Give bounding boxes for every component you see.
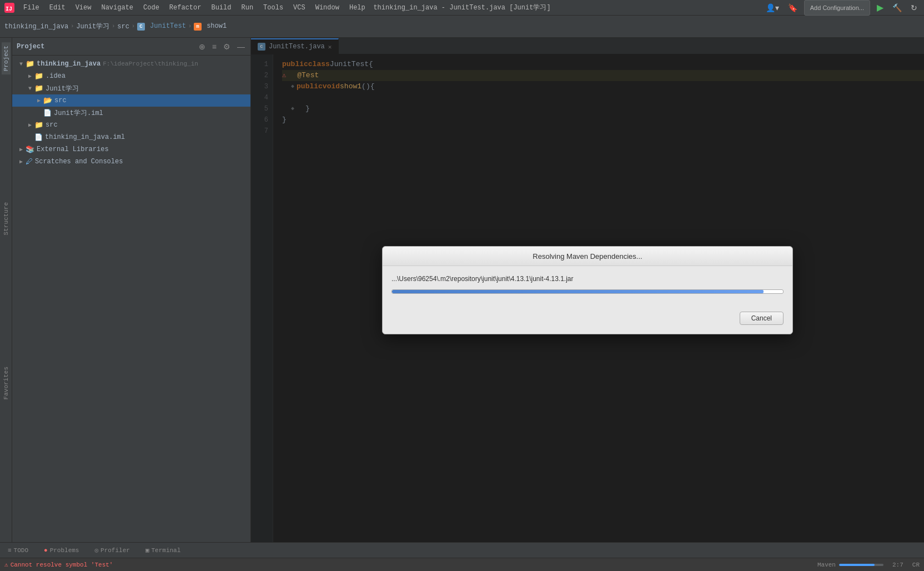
- maven-progress-fill: [839, 564, 875, 566]
- breadcrumb-project[interactable]: thinking_in_java: [4, 23, 68, 31]
- breadcrumb-method[interactable]: m show1: [194, 22, 227, 31]
- profile-btn[interactable]: 👤▾: [764, 2, 781, 13]
- modal-progress-bar: [391, 289, 784, 294]
- tree-item-idea[interactable]: ▶ 📁 .idea: [12, 70, 250, 82]
- status-error: ⚠ Cannot resolve symbol 'Test': [4, 561, 113, 568]
- modal-progress-fill: [392, 290, 764, 293]
- panel-header: Project ⊕ ≡ ⚙ —: [12, 38, 250, 56]
- modal-header: Resolving Maven Dependencies...: [383, 247, 792, 266]
- run-button[interactable]: ▶: [875, 2, 886, 13]
- menu-code[interactable]: Code: [139, 3, 164, 13]
- breadcrumb-class[interactable]: C JunitTest: [137, 22, 186, 31]
- modal-footer: Cancel: [383, 312, 792, 334]
- panel-title: Project: [17, 43, 193, 51]
- sidebar-tab-project[interactable]: Project: [2, 42, 11, 74]
- tree-item-junit-module[interactable]: ▼ 📁 Junit学习: [12, 82, 250, 94]
- tree-item-src[interactable]: ▶ 📂 src: [12, 94, 250, 107]
- bottom-tab-problems[interactable]: ● Problems: [41, 546, 82, 555]
- panel-settings-btn[interactable]: ⚙: [222, 41, 232, 52]
- file-tree: ▼ 📁 thinking_in_java F:\ideaProject\thin…: [12, 56, 250, 542]
- editor-container: C JunitTest.java ✕ 1 2 3 4 5 6 7 public …: [251, 38, 924, 542]
- modal-overlay: Resolving Maven Dependencies... ...\User…: [251, 38, 924, 542]
- menu-edit[interactable]: Edit: [45, 3, 70, 13]
- breadcrumb-module[interactable]: Junit学习: [76, 22, 109, 31]
- panel-hide-btn[interactable]: —: [236, 41, 246, 52]
- maven-label: Maven: [817, 562, 836, 568]
- bottom-tab-profiler[interactable]: ◎ Profiler: [91, 545, 133, 555]
- menu-navigate[interactable]: Navigate: [97, 3, 138, 13]
- status-bar: ⚠ Cannot resolve symbol 'Test' Maven 2:7…: [0, 558, 924, 571]
- menu-tools[interactable]: Tools: [259, 3, 288, 13]
- modal-body: ...\Users\96254\.m2\repository\junit\jun…: [383, 266, 792, 312]
- profiler-label: Profiler: [101, 547, 130, 554]
- todo-icon: ≡: [8, 547, 12, 554]
- tree-item-thinking-iml[interactable]: ▶ 📄 thinking_in_java.iml: [12, 131, 250, 143]
- bottom-tab-todo[interactable]: ≡ TODO: [4, 546, 32, 555]
- bottom-bar: ≡ TODO ● Problems ◎ Profiler ▣ Terminal: [0, 542, 924, 558]
- bookmark-btn[interactable]: 🔖: [786, 2, 800, 13]
- menu-file[interactable]: File: [19, 3, 44, 13]
- update-button[interactable]: ↻: [908, 2, 920, 13]
- window-title: thinking_in_java - JunitTest.java [Junit…: [373, 3, 550, 12]
- status-right: Maven 2:7 CR: [817, 562, 920, 568]
- menu-vcs[interactable]: VCS: [289, 3, 310, 13]
- sidebar-tab-favorites[interactable]: Favorites: [2, 363, 11, 403]
- maven-progress-bar: [839, 564, 883, 566]
- error-text: Cannot resolve symbol 'Test': [11, 562, 113, 568]
- resolving-maven-dialog: Resolving Maven Dependencies... ...\User…: [382, 246, 793, 334]
- left-vert-tabs: Project Structure Favorites: [0, 38, 12, 542]
- breadcrumb: thinking_in_java › Junit学习 › src › C Jun…: [4, 22, 920, 31]
- todo-label: TODO: [14, 547, 28, 554]
- sidebar-tab-structure[interactable]: Structure: [2, 199, 11, 238]
- menu-run[interactable]: Run: [237, 3, 258, 13]
- problems-icon: ●: [44, 547, 48, 554]
- add-config-button[interactable]: Add Configuration...: [804, 0, 870, 16]
- menu-view[interactable]: View: [71, 3, 96, 13]
- profiler-icon: ◎: [94, 547, 98, 554]
- error-icon: ⚠: [4, 561, 8, 568]
- tree-item-ext-libs[interactable]: ▶ 📚 External Libraries: [12, 143, 250, 156]
- panel-collapse-btn[interactable]: ≡: [211, 41, 218, 52]
- problems-label: Problems: [50, 547, 79, 554]
- project-panel: Project ⊕ ≡ ⚙ — ▼ 📁 thinking_in_java F:\…: [12, 38, 251, 542]
- title-bar: IJ File Edit View Navigate Code Refactor…: [0, 0, 924, 16]
- svg-text:IJ: IJ: [6, 6, 12, 12]
- modal-path: ...\Users\96254\.m2\repository\junit\jun…: [391, 275, 784, 283]
- crlf-label: CR: [912, 562, 920, 568]
- cancel-button[interactable]: Cancel: [740, 312, 784, 325]
- toolbar: thinking_in_java › Junit学习 › src › C Jun…: [0, 16, 924, 38]
- position-label: 2:7: [892, 562, 903, 568]
- menu-refactor[interactable]: Refactor: [165, 3, 206, 13]
- main-layout: Project Structure Favorites Project ⊕ ≡ …: [0, 38, 924, 542]
- tree-item-junit-iml[interactable]: ▶ 📄 Junit学习.iml: [12, 107, 250, 119]
- menu-window[interactable]: Window: [311, 3, 344, 13]
- panel-scope-btn[interactable]: ⊕: [198, 41, 207, 52]
- app-logo: IJ: [4, 3, 14, 13]
- tree-item-src2[interactable]: ▶ 📁 src: [12, 119, 250, 131]
- tree-item-root[interactable]: ▼ 📁 thinking_in_java F:\ideaProject\thin…: [12, 58, 250, 70]
- terminal-icon: ▣: [145, 547, 149, 554]
- tree-item-scratches[interactable]: ▶ 🖊 Scratches and Consoles: [12, 156, 250, 168]
- menu-build[interactable]: Build: [207, 3, 235, 13]
- build-button[interactable]: 🔨: [890, 2, 904, 13]
- breadcrumb-src[interactable]: src: [117, 23, 129, 31]
- terminal-label: Terminal: [152, 547, 181, 554]
- bottom-tab-terminal[interactable]: ▣ Terminal: [142, 545, 184, 555]
- maven-progress: Maven: [817, 562, 883, 568]
- title-bar-right: 👤▾ 🔖 Add Configuration... ▶ 🔨 ↻: [764, 0, 920, 16]
- modal-title: Resolving Maven Dependencies...: [533, 252, 642, 261]
- menu-help[interactable]: Help: [345, 3, 370, 13]
